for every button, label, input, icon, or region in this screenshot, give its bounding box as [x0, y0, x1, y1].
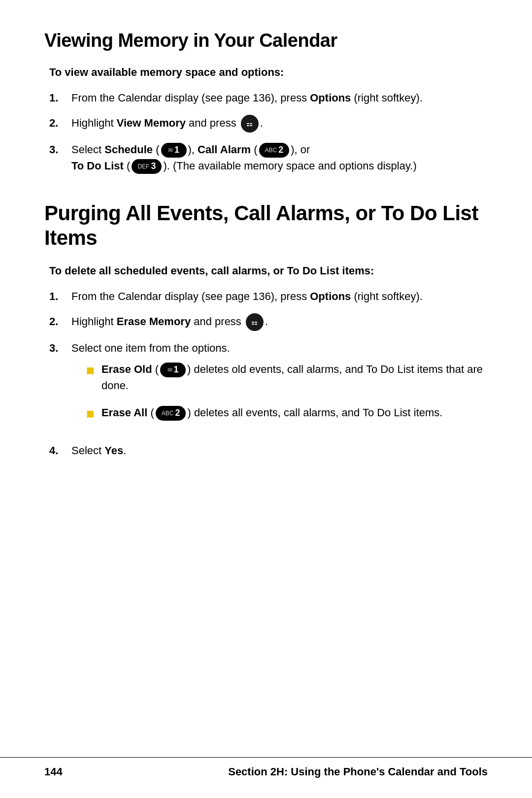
step-text: From the Calendar display (see page 136)… — [71, 90, 488, 106]
page-footer: 144 Section 2H: Using the Phone's Calend… — [0, 757, 532, 778]
section1-subtitle: To view available memory space and optio… — [49, 66, 488, 79]
bullet-text: Erase Old (✉1) deletes old events, call … — [101, 361, 488, 394]
bullet-list: ■ Erase Old (✉1) deletes old events, cal… — [86, 361, 488, 423]
step-2-1: 1. From the Calendar display (see page 1… — [49, 288, 488, 304]
step-number: 1. — [49, 288, 71, 304]
step-text: From the Calendar display (see page 136)… — [71, 288, 488, 304]
step-number: 1. — [49, 90, 71, 106]
step-1-3: 3. Select Schedule (✉1), Call Alarm (ABC… — [49, 141, 488, 174]
step-number: 3. — [49, 340, 71, 356]
step-2-2: 2. Highlight Erase Memory and press ⚏. — [49, 313, 488, 331]
step-2-3: 3. Select one item from the options. ■ E… — [49, 340, 488, 433]
erase-old-badge: ✉1 — [160, 363, 186, 377]
step-text: Select Yes. — [71, 442, 488, 459]
schedule-badge: ✉1 — [161, 143, 187, 157]
menu-ok-icon: ⚏ — [246, 313, 264, 331]
step-text: Select one item from the options. ■ Eras… — [71, 340, 488, 433]
step-number: 2. — [49, 115, 71, 131]
bullet-item-erase-old: ■ Erase Old (✉1) deletes old events, cal… — [86, 361, 488, 394]
step-text: Highlight View Memory and press ⚏. — [71, 115, 488, 133]
section1-steps: 1. From the Calendar display (see page 1… — [49, 90, 488, 174]
step-number: 4. — [49, 442, 71, 459]
section2-steps: 1. From the Calendar display (see page 1… — [49, 288, 488, 459]
menu-ok-icon: ⚏ — [241, 115, 259, 133]
step-text: Select Schedule (✉1), Call Alarm (ABC2),… — [71, 141, 488, 174]
footer-page-number: 144 — [44, 765, 63, 778]
step-1-2: 2. Highlight View Memory and press ⚏. — [49, 115, 488, 133]
bullet-icon: ■ — [86, 405, 95, 423]
call-alarm-badge: ABC2 — [259, 143, 290, 157]
step-text: Highlight Erase Memory and press ⚏. — [71, 313, 488, 331]
step-2-4: 4. Select Yes. — [49, 442, 488, 459]
step-number: 2. — [49, 313, 71, 330]
step-number: 3. — [49, 141, 71, 158]
section2-subtitle: To delete all scheduled events, call ala… — [49, 265, 488, 277]
bullet-icon: ■ — [86, 362, 95, 379]
bullet-text: Erase All (ABC2) deletes all events, cal… — [101, 404, 443, 421]
footer-section-label: Section 2H: Using the Phone's Calendar a… — [228, 765, 488, 778]
bullet-item-erase-all: ■ Erase All (ABC2) deletes all events, c… — [86, 404, 488, 423]
section1-title: Viewing Memory in Your Calendar — [44, 30, 488, 52]
page-content: Viewing Memory in Your Calendar To view … — [0, 0, 532, 507]
todo-badge: DEF3 — [132, 159, 162, 173]
section2-title: Purging All Events, Call Alarms, or To D… — [44, 201, 488, 251]
erase-all-badge: ABC2 — [156, 406, 186, 420]
step-1-1: 1. From the Calendar display (see page 1… — [49, 90, 488, 106]
